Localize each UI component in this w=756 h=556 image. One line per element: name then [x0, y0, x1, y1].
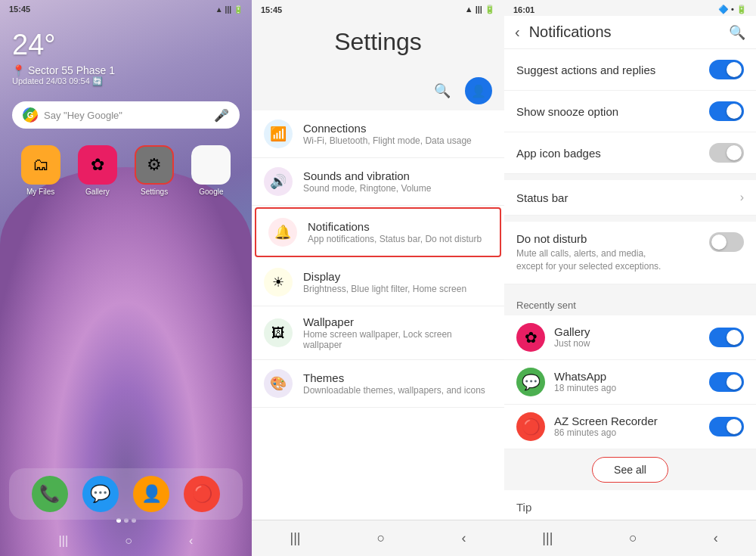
status-bar-home: 15:45 ▲ ||| 🔋 — [0, 0, 252, 15]
settings-item-wallpaper[interactable]: 🖼 Wallpaper Home screen wallpaper, Lock … — [252, 306, 504, 360]
nav-home-settings[interactable]: ○ — [377, 530, 386, 546]
tip-label: Tip — [516, 501, 744, 514]
notifications-title: Notifications — [308, 220, 482, 233]
weather-widget: 24° 📍 Sector 55 Phase 1 Updated 24/03 09… — [0, 15, 252, 92]
mic-icon[interactable]: 🎤 — [214, 108, 229, 123]
azrecorder-toggle[interactable] — [709, 417, 744, 436]
display-subtitle: Brightness, Blue light filter, Home scre… — [303, 284, 466, 294]
azrecorder-app-row[interactable]: 🔴 AZ Screen Recorder 86 minutes ago — [504, 405, 756, 449]
nav-bar-notif: ||| ○ ‹ — [504, 520, 756, 556]
themes-title: Themes — [303, 371, 485, 384]
nav-recents-notif[interactable]: ||| — [542, 530, 553, 546]
nav-bar-home: ||| ○ ‹ — [0, 526, 252, 556]
whatsapp-info: WhatsApp 18 minutes ago — [554, 370, 700, 393]
gallery-toggle[interactable] — [709, 328, 744, 347]
settings-title: Settings — [267, 28, 489, 56]
sounds-title: Sounds and vibration — [303, 169, 431, 182]
display-icon: ☀ — [264, 268, 293, 297]
connections-title: Connections — [303, 122, 472, 135]
dock: 📞 💬 👤 🔴 — [9, 468, 243, 520]
nav-recents-settings[interactable]: ||| — [290, 530, 301, 546]
app-myfiles[interactable]: 🗂 My Files — [15, 145, 66, 196]
see-all-button[interactable]: See all — [592, 457, 668, 483]
dnd-toggle[interactable] — [709, 232, 744, 252]
app-gallery[interactable]: ✿ Gallery — [72, 145, 122, 196]
nav-recents[interactable]: ||| — [59, 534, 68, 548]
nav-back-settings[interactable]: ‹ — [461, 530, 466, 546]
settings-item-display[interactable]: ☀ Display Brightness, Blue light filter,… — [252, 259, 504, 306]
google-logo: G — [23, 107, 38, 123]
dock-camera[interactable]: 🔴 — [184, 476, 220, 512]
app-settings-label: Settings — [141, 188, 168, 196]
status-bar-row[interactable]: Status bar › — [504, 180, 756, 216]
notifications-text: Notifications App notifications, Status … — [308, 220, 482, 244]
whatsapp-app-row[interactable]: 💬 WhatsApp 18 minutes ago — [504, 360, 756, 405]
settings-profile-button[interactable]: 👤 — [465, 77, 492, 104]
display-title: Display — [303, 270, 466, 283]
temperature: 24° — [12, 29, 240, 61]
dock-camera-icon: 🔴 — [184, 476, 220, 512]
azrecorder-avatar: 🔴 — [516, 412, 545, 441]
connections-icon: 📶 — [264, 120, 293, 148]
notif-search-button[interactable]: 🔍 — [729, 24, 745, 41]
wallpaper-subtitle: Home screen wallpaper, Lock screen wallp… — [303, 329, 492, 350]
google-search-bar[interactable]: G Say "Hey Google" 🎤 — [12, 101, 240, 129]
wallpaper-text: Wallpaper Home screen wallpaper, Lock sc… — [303, 315, 492, 350]
show-snooze-toggle[interactable] — [709, 101, 744, 121]
gallery-time: Just now — [554, 338, 700, 349]
back-button[interactable]: ‹ — [515, 23, 520, 41]
whatsapp-name: WhatsApp — [554, 370, 700, 383]
gallery-info: Gallery Just now — [554, 325, 700, 349]
suggest-actions-toggle[interactable] — [709, 60, 744, 79]
dock-messages[interactable]: 💬 — [82, 476, 119, 512]
nav-back[interactable]: ‹ — [189, 534, 193, 548]
status-bar-notif: 16:01 🔷 • 🔋 — [504, 0, 756, 16]
updated-time: Updated 24/03 09:54 🔄 — [12, 76, 240, 86]
dock-phone[interactable]: 📞 — [32, 476, 68, 512]
suggest-actions-row: Suggest actions and replies — [504, 49, 756, 91]
connections-text: Connections Wi-Fi, Bluetooth, Flight mod… — [303, 122, 472, 146]
status-bar-label: Status bar — [516, 191, 568, 204]
nav-home-notif[interactable]: ○ — [629, 530, 637, 546]
settings-item-themes[interactable]: 🎨 Themes Downloadable themes, wallpapers… — [252, 360, 504, 408]
notif-body: Suggest actions and replies Show snooze … — [504, 49, 756, 520]
status-bar-settings: 15:45 ▲ ||| 🔋 — [252, 0, 504, 16]
app-badges-toggle[interactable]: #app-badges-toggle::after { right: auto;… — [709, 143, 744, 163]
app-google-icon — [191, 145, 231, 185]
recently-sent-label: Recently sent — [504, 290, 756, 315]
display-text: Display Brightness, Blue light filter, H… — [303, 270, 466, 294]
nav-home[interactable]: ○ — [125, 534, 132, 548]
app-gallery-label: Gallery — [85, 188, 110, 196]
nav-back-notif[interactable]: ‹ — [714, 530, 718, 546]
suggest-actions-label: Suggest actions and replies — [516, 64, 655, 76]
notif-time: 16:01 — [513, 5, 534, 14]
app-google[interactable]: Google — [186, 145, 237, 196]
notifications-panel: 16:01 🔷 • 🔋 ‹ Notifications 🔍 Suggest ac… — [504, 0, 756, 556]
app-settings[interactable]: ⚙ Settings — [129, 145, 180, 196]
notifications-subtitle: App notifications, Status bar, Do not di… — [308, 234, 482, 244]
settings-time: 15:45 — [261, 5, 282, 14]
sounds-text: Sounds and vibration Sound mode, Rington… — [303, 169, 431, 194]
app-google-label: Google — [199, 188, 223, 196]
settings-item-connections[interactable]: 📶 Connections Wi-Fi, Bluetooth, Flight m… — [252, 110, 504, 158]
settings-header: Settings — [252, 16, 504, 74]
home-time: 15:45 — [9, 5, 30, 14]
dnd-section: Do not disturb Mute all calls, alerts, a… — [504, 222, 756, 284]
battery-icon-notif: 🔷 • 🔋 — [718, 5, 747, 14]
dock-phone-icon: 📞 — [32, 476, 68, 512]
app-myfiles-label: My Files — [26, 188, 54, 196]
settings-item-sounds[interactable]: 🔊 Sounds and vibration Sound mode, Ringt… — [252, 158, 504, 206]
battery-icon: 🔋 — [234, 5, 243, 14]
settings-list: 📶 Connections Wi-Fi, Bluetooth, Flight m… — [252, 110, 504, 520]
dock-contacts[interactable]: 👤 — [133, 476, 169, 512]
connections-subtitle: Wi-Fi, Bluetooth, Flight mode, Data usag… — [303, 135, 472, 146]
settings-search-button[interactable]: 🔍 — [429, 77, 456, 104]
home-status-icons: ▲ ||| 🔋 — [215, 5, 243, 14]
settings-search-row: 🔍 👤 — [252, 74, 504, 110]
settings-status-icons: ▲ ||| 🔋 — [465, 5, 495, 14]
gallery-app-row[interactable]: ✿ Gallery Just now — [504, 315, 756, 360]
settings-item-notifications[interactable]: 🔔 Notifications App notifications, Statu… — [255, 207, 501, 257]
whatsapp-toggle[interactable] — [709, 372, 744, 392]
search-hint: Say "Hey Google" — [44, 110, 208, 121]
azrecorder-time: 86 minutes ago — [554, 427, 700, 438]
